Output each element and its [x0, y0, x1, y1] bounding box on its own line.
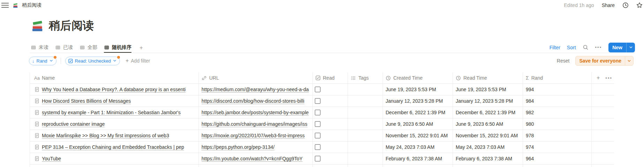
url-cell[interactable]: https://peps.python.org/pep-3134/ — [199, 141, 313, 153]
page-icon — [34, 133, 40, 138]
filter-button[interactable]: Filter — [550, 45, 560, 50]
rand-cell[interactable]: 964 — [523, 153, 592, 165]
column-label: URL — [209, 75, 219, 81]
filter-chip-read-unchecked[interactable]: Read: Unchecked — [65, 57, 120, 65]
tags-cell[interactable] — [348, 95, 383, 107]
read-time-cell[interactable]: January 12, 2023 5:28 PM — [453, 95, 523, 107]
column-header-name[interactable]: Aa Name — [30, 72, 199, 84]
created-time-cell[interactable]: June 19, 2023 5:53 PM — [383, 84, 453, 95]
tab-all[interactable]: 全部 — [79, 43, 97, 53]
url-cell[interactable]: https://moxie.org/2022/01/07/web3-first-… — [199, 130, 313, 141]
column-header-read[interactable]: Read — [313, 72, 348, 84]
read-cell — [313, 84, 348, 95]
created-time-cell[interactable]: November 15, 2022 9:01 AM — [383, 130, 453, 141]
name-cell[interactable]: reproductive container image — [30, 118, 199, 130]
created-time-cell[interactable]: December 6, 2022 1:39 PM — [383, 107, 453, 118]
rand-cell[interactable]: 994 — [523, 84, 592, 95]
name-cell[interactable]: systemd by example - Part 1: Minimizatio… — [30, 107, 199, 118]
search-icon[interactable] — [583, 44, 589, 50]
sort-chip-rand[interactable]: ↓ Rand — [29, 57, 56, 65]
read-checkbox[interactable] — [315, 133, 320, 138]
read-checkbox[interactable] — [315, 144, 320, 150]
tags-cell[interactable] — [348, 130, 383, 141]
tab-random-order[interactable]: 随机排序 — [104, 43, 131, 53]
read-checkbox[interactable] — [315, 156, 320, 161]
read-time-cell[interactable]: December 6, 2022 1:39 PM — [453, 107, 523, 118]
add-view-button[interactable]: + — [138, 43, 144, 53]
name-cell[interactable]: PEP 3134 – Exception Chaining and Embedd… — [30, 141, 199, 153]
chevron-down-icon — [50, 59, 53, 63]
clock-icon — [386, 75, 391, 81]
table-options-icon[interactable]: ••• — [605, 75, 612, 81]
url-cell[interactable]: https://seb.jambor.dev/posts/systemd-by-… — [199, 107, 313, 118]
rand-cell[interactable]: 982 — [523, 107, 592, 118]
created-time-cell[interactable]: June 9, 2023 6:50 AM — [383, 118, 453, 130]
books-emoji-icon — [13, 2, 18, 8]
read-cell — [313, 141, 348, 153]
table-row: systemd by example - Part 1: Minimizatio… — [30, 107, 614, 118]
new-dropdown-chevron-icon[interactable] — [626, 43, 635, 52]
column-header-rand[interactable]: Σ Rand — [523, 72, 592, 84]
name-cell[interactable]: YouTube — [30, 153, 199, 165]
tags-cell[interactable] — [348, 107, 383, 118]
tags-cell[interactable] — [348, 141, 383, 153]
table-row: reproductive container image https://git… — [30, 118, 614, 130]
read-time-cell[interactable]: June 9, 2023 6:50 AM — [453, 118, 523, 130]
new-button-label[interactable]: New — [608, 43, 626, 52]
column-label: Created Time — [393, 75, 423, 81]
reset-button[interactable]: Reset — [557, 58, 570, 64]
sidebar-menu-icon[interactable] — [1, 1, 9, 9]
favorite-star-icon[interactable] — [636, 2, 643, 8]
column-header-created-time[interactable]: Created Time — [383, 72, 453, 84]
page-title[interactable]: 稍后阅读 — [49, 18, 94, 34]
read-checkbox[interactable] — [315, 98, 320, 104]
column-header-url[interactable]: URL — [199, 72, 313, 84]
rand-cell[interactable]: 974 — [523, 141, 592, 153]
chip-divider — [61, 58, 61, 64]
url-cell[interactable]: https://medium.com/@earayu/why-you-need-… — [199, 84, 313, 95]
view-options-icon[interactable]: ••• — [595, 45, 602, 50]
created-time-cell[interactable]: February 6, 2023 7:38 AM — [383, 153, 453, 165]
updates-clock-icon[interactable] — [622, 2, 629, 8]
tags-cell[interactable] — [348, 153, 383, 165]
read-checkbox[interactable] — [315, 87, 320, 92]
books-emoji-icon[interactable] — [31, 19, 45, 33]
read-cell — [313, 130, 348, 141]
read-checkbox[interactable] — [315, 110, 320, 115]
read-time-cell[interactable]: June 19, 2023 5:53 PM — [453, 84, 523, 95]
url-cell[interactable]: https://m.youtube.com/watch?v=kcnFQgg9To… — [199, 153, 313, 165]
row-spacer — [592, 95, 614, 107]
sort-button[interactable]: Sort — [567, 45, 576, 50]
read-time-cell[interactable]: May 24, 2023 7:03 AM — [453, 141, 523, 153]
rand-cell[interactable]: 984 — [523, 95, 592, 107]
link-icon — [202, 75, 207, 81]
share-button[interactable]: Share — [602, 2, 615, 8]
url-cell[interactable]: https://discord.com/blog/how-discord-sto… — [199, 95, 313, 107]
read-checkbox[interactable] — [315, 121, 320, 127]
tags-cell[interactable] — [348, 118, 383, 130]
rand-cell[interactable]: 980 — [523, 118, 592, 130]
breadcrumb-page-title[interactable]: 稍后阅读 — [22, 2, 41, 8]
save-button-label[interactable]: Save for everyone — [576, 56, 625, 65]
name-cell[interactable]: How Discord Stores Billions of Messages — [30, 95, 199, 107]
tags-cell[interactable] — [348, 84, 383, 95]
url-cell[interactable]: https://github.com/chainguard-images/ima… — [199, 118, 313, 130]
read-time-cell[interactable]: February 6, 2023 7:38 AM — [453, 153, 523, 165]
name-cell[interactable]: Moxie Marlinspike >> Blog >> My first im… — [30, 130, 199, 141]
rand-cell[interactable]: 978 — [523, 130, 592, 141]
column-header-tags[interactable]: Tags — [348, 72, 383, 84]
column-header-read-time[interactable]: Read Time — [453, 72, 523, 84]
save-for-everyone-button[interactable]: Save for everyone — [575, 56, 634, 66]
tab-unread[interactable]: 未读 — [31, 43, 48, 53]
add-column-icon[interactable]: + — [597, 75, 600, 81]
name-cell[interactable]: Why You Need a Database Proxy?. A databa… — [30, 84, 199, 95]
new-button[interactable]: New — [608, 43, 635, 52]
created-time-cell[interactable]: May 24, 2023 7:03 AM — [383, 141, 453, 153]
created-time-cell[interactable]: January 12, 2023 5:28 PM — [383, 95, 453, 107]
row-spacer — [592, 141, 614, 153]
add-filter-button[interactable]: + Add filter — [124, 58, 150, 64]
save-dropdown-chevron-icon[interactable] — [625, 56, 633, 65]
text-type-icon: Aa — [34, 75, 40, 81]
tab-read[interactable]: 已读 — [55, 43, 73, 53]
read-time-cell[interactable]: November 15, 2022 9:01 AM — [453, 130, 523, 141]
